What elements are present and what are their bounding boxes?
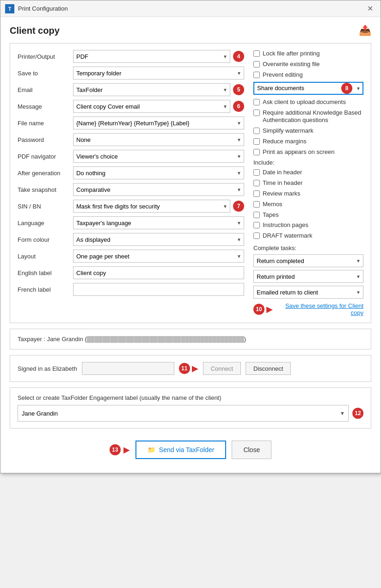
file-name-label: File name [18,120,73,127]
disconnect-button[interactable]: Disconnect [246,362,291,375]
ask-upload-label: Ask client to upload documents [263,98,346,106]
task1-select[interactable]: Return completed None [253,254,363,267]
connect-button[interactable]: Connect [203,362,241,375]
badge-11-arrow: 11 ▶ [179,363,198,374]
send-folder-icon: 📁 [147,446,155,453]
layout-label: Layout [18,253,73,260]
pdf-navigator-select[interactable]: Viewer's choice [73,150,244,163]
save-to-select-wrapper: Temporary folder Custom folder [73,67,244,80]
taxpayer-label: Taxpayer : Jane Grandin ( [18,336,87,343]
take-snapshot-label: Take snapshot [18,186,73,193]
export-folder-icon[interactable]: 📤 [359,24,371,37]
draft-watermark-label: DRAFT watermark [263,232,312,240]
review-marks-row: Review marks [253,190,363,198]
task3-select[interactable]: Emailed return to client None [253,286,363,299]
form-colour-select-wrapper: As displayed [73,233,244,246]
file-name-select-wrapper: {Name} {ReturnYear} {ReturnType} {Label} [73,116,244,129]
password-select[interactable]: None [73,133,244,146]
taxpayer-text: Taxpayer : Jane Grandin (███████████████… [18,336,246,343]
tapes-row: Tapes [253,211,363,219]
task1-wrapper: Return completed None [253,254,363,267]
date-header-checkbox[interactable] [253,169,260,176]
ask-upload-checkbox[interactable] [253,99,260,105]
take-snapshot-row: Take snapshot Comparative [18,183,244,196]
overwrite-file-checkbox[interactable] [253,61,260,67]
bottom-buttons: 13 ▶ 📁 Send via TaxFolder Close [10,434,371,466]
email-label: Email [18,86,73,93]
signed-label: Signed in as Elizabeth [18,365,77,372]
badge-13-arrow: 13 ▶ [110,441,130,459]
badge-10-arrow: 10 ▶ [253,304,273,315]
print-as-appears-checkbox[interactable] [253,149,260,155]
email-row: Email TaxFolder None 5 [18,83,244,96]
close-window-button[interactable]: ✕ [364,3,376,14]
signed-section: Signed in as Elizabeth 11 ▶ Connect Disc… [10,355,371,382]
message-label: Message [18,103,73,110]
complete-tasks-label: Complete tasks: [253,245,363,251]
badge-11: 11 [179,363,190,374]
taxfolder-section: Select or create TaxFolder Engagement la… [10,387,371,429]
sin-bn-select-wrapper: Mask first five digits for security Show… [73,200,230,213]
email-select[interactable]: TaxFolder None [73,83,230,96]
taxpayer-section: Taxpayer : Jane Grandin (███████████████… [10,329,371,349]
form-colour-select[interactable]: As displayed [73,233,244,246]
printer-output-row: Printer/Output PDF Printer 4 [18,50,244,63]
badge-4: 4 [233,51,244,62]
save-link-row: 10 ▶ Save these settings for Client copy [253,302,363,316]
instruction-pages-checkbox[interactable] [253,222,260,228]
send-via-taxfolder-button[interactable]: 📁 Send via TaxFolder [135,441,227,459]
printer-output-select-wrapper: PDF Printer [73,50,230,63]
tapes-checkbox[interactable] [253,212,260,218]
send-label: Send via TaxFolder [159,446,215,453]
reduce-margins-row: Reduce margins [253,138,363,146]
signed-row: Signed in as Elizabeth 11 ▶ Connect Disc… [18,362,363,375]
sin-bn-row: SIN / BN Mask first five digits for secu… [18,200,244,213]
window-body: Client copy 📤 Printer/Output PDF Printer [0,17,381,473]
lock-file-checkbox[interactable] [253,50,260,57]
after-generation-select[interactable]: Do nothing [73,166,244,179]
save-settings-link[interactable]: Save these settings for Client copy [277,302,363,316]
draft-watermark-checkbox[interactable] [253,233,260,239]
memos-checkbox[interactable] [253,201,260,208]
french-label-row: French label [18,283,244,296]
reduce-margins-checkbox[interactable] [253,138,260,145]
taxfolder-engagement-select[interactable]: Jane Grandin [18,405,349,422]
file-name-select[interactable]: {Name} {ReturnYear} {ReturnType} {Label} [73,116,244,129]
save-to-row: Save to Temporary folder Custom folder [18,67,244,80]
language-select[interactable]: Taxpayer's language [73,216,244,229]
close-button[interactable]: Close [232,441,271,459]
review-marks-checkbox[interactable] [253,190,260,197]
simplify-watermark-label: Simplify watermark [263,127,313,135]
pdf-navigator-select-wrapper: Viewer's choice [73,150,244,163]
after-generation-select-wrapper: Do nothing [73,166,244,179]
english-label-input[interactable] [73,266,244,279]
require-knowledge-checkbox[interactable] [253,110,260,116]
take-snapshot-select[interactable]: Comparative [73,183,244,196]
titlebar: T Print Configuration ✕ [0,0,381,17]
password-row: Password None [18,133,244,146]
print-as-appears-row: Print as appears on screen [253,148,363,156]
window-title: Print Configuration [18,5,68,12]
message-row: Message Client copy Cover email 6 [18,100,244,113]
printer-output-select[interactable]: PDF Printer [73,50,230,63]
password-label: Password [18,136,73,143]
simplify-watermark-checkbox[interactable] [253,128,260,134]
memos-label: Memos [263,201,283,208]
french-label-input[interactable] [73,283,244,296]
config-box: Printer/Output PDF Printer 4 Save to [10,43,371,323]
task2-wrapper: Return printed None [253,270,363,283]
arrow-right-icon: ▶ [266,304,273,314]
prevent-editing-checkbox[interactable] [253,72,260,78]
signed-input[interactable] [82,362,174,375]
left-column: Printer/Output PDF Printer 4 Save to [18,50,244,316]
app-icon: T [5,4,14,13]
arrow-right-connect-icon: ▶ [192,363,198,374]
save-to-select[interactable]: Temporary folder Custom folder [73,67,244,80]
prevent-editing-label: Prevent editing [263,71,303,79]
draft-watermark-row: DRAFT watermark [253,232,363,240]
task2-select[interactable]: Return printed None [253,270,363,283]
layout-select[interactable]: One page per sheet [73,250,244,263]
sin-bn-select[interactable]: Mask first five digits for security Show… [73,200,230,213]
time-header-checkbox[interactable] [253,180,260,186]
message-select[interactable]: Client copy Cover email [73,100,230,113]
